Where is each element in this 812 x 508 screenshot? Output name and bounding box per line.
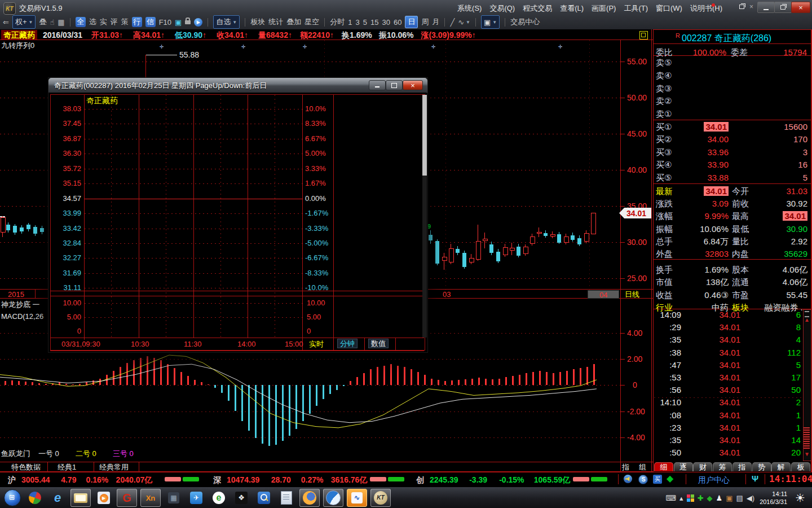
period-15[interactable]: 15: [370, 16, 378, 28]
all-button[interactable]: 全: [76, 16, 86, 28]
popup-titlebar[interactable]: 奇正藏药(002287) 2016年02月25日 星期四 PageUp/Down…: [48, 78, 427, 93]
period-month[interactable]: 月: [432, 16, 439, 28]
quote-tab-财[interactable]: 财: [693, 462, 712, 471]
popup-tab-分钟[interactable]: 分钟: [337, 339, 358, 348]
buy-icon[interactable]: 买: [653, 475, 662, 484]
search-tool-icon[interactable]: [254, 489, 273, 506]
quote-tab-板[interactable]: 板: [791, 462, 810, 471]
scroll-up-icon[interactable]: ▲: [804, 317, 810, 323]
period-minute[interactable]: 分时: [330, 16, 345, 28]
strategy-button[interactable]: 策: [121, 16, 129, 28]
f10-button[interactable]: F10: [159, 16, 171, 28]
left-tab-1[interactable]: 经典1: [58, 463, 76, 471]
popup-close-button[interactable]: ×: [403, 80, 423, 90]
firefox-icon[interactable]: [299, 489, 320, 507]
mini-label-group[interactable]: 组: [639, 463, 646, 471]
info-button[interactable]: 信: [145, 16, 156, 28]
left-tab-0[interactable]: 特色数据: [11, 463, 41, 471]
pinwheel-app-icon[interactable]: [25, 489, 45, 506]
tray-expand-icon[interactable]: ▴: [679, 494, 683, 502]
restore-button[interactable]: [774, 2, 792, 13]
menu-5[interactable]: 工具(T): [620, 3, 652, 14]
realtime-button[interactable]: 实: [100, 16, 107, 28]
play-icon[interactable]: ▶: [194, 16, 202, 28]
layers-icon[interactable]: ▣: [175, 16, 182, 28]
alert-bell-icon[interactable]: [624, 475, 632, 483]
menu-1[interactable]: 交易(Q): [486, 3, 519, 14]
stats-button[interactable]: 统计: [268, 16, 283, 28]
ie-browser-icon[interactable]: e: [48, 489, 67, 506]
stack-button[interactable]: 叠加: [286, 16, 301, 28]
safety-icon[interactable]: ✚: [698, 494, 704, 502]
image-viewer-icon[interactable]: Xn: [140, 489, 161, 507]
quote-tab-解[interactable]: 解: [771, 462, 791, 471]
left-tab-2[interactable]: 经典常用: [99, 463, 129, 471]
timeline-month-04[interactable]: 04: [588, 290, 619, 299]
money-icon[interactable]: S: [638, 475, 648, 484]
keyboard-icon[interactable]: ⌨: [665, 494, 676, 502]
rights-dropdown[interactable]: 权+▼: [12, 15, 36, 29]
volume-icon[interactable]: ◀): [747, 494, 754, 502]
popup-scroll-thumb[interactable]: [422, 95, 427, 176]
menu-0[interactable]: 系统(S): [453, 3, 486, 14]
watchlist-dropdown[interactable]: 自选▼: [213, 15, 240, 29]
popup-tab-数值[interactable]: 数值: [368, 339, 389, 348]
popup-maximize-button[interactable]: [386, 80, 403, 90]
minute-chart-window[interactable]: 奇正藏药(002287) 2016年02月25日 星期四 PageUp/Down…: [48, 77, 428, 353]
period-60[interactable]: 60: [394, 16, 401, 28]
quote-tab-指[interactable]: 指: [732, 462, 752, 471]
mdi-restore-icon[interactable]: [739, 4, 744, 10]
quote-tab-筹[interactable]: 筹: [713, 462, 732, 471]
review-button[interactable]: 评: [111, 16, 118, 28]
trade-center-button[interactable]: 交易中心: [510, 16, 540, 28]
gom-player-icon[interactable]: G: [117, 489, 137, 507]
browser-swirl-icon[interactable]: [323, 489, 343, 507]
quote-tab-细[interactable]: 细: [654, 462, 673, 471]
scroll-down-icon[interactable]: ▼: [804, 452, 810, 457]
pane-maximize-icon[interactable]: [639, 31, 648, 40]
popup-tab-实时[interactable]: 实时: [307, 340, 326, 348]
green-browser-icon[interactable]: e: [209, 489, 228, 506]
hand-icon[interactable]: ☝: [50, 16, 54, 28]
close-button[interactable]: ×: [791, 2, 810, 13]
menu-3[interactable]: 查看(L): [556, 3, 588, 14]
select-button[interactable]: 选: [89, 16, 96, 28]
messenger-icon[interactable]: ✈: [187, 489, 206, 506]
contacts-icon[interactable]: ▣: [726, 494, 732, 502]
menu-6[interactable]: 窗口(W): [652, 3, 686, 14]
popup-minimize-button[interactable]: [369, 80, 386, 90]
foobar-icon[interactable]: ❖: [232, 489, 251, 506]
qq-icon[interactable]: ♟: [716, 494, 723, 502]
starmap-button[interactable]: 星空: [304, 16, 319, 28]
period-week[interactable]: 周: [421, 16, 429, 28]
video-converter-icon[interactable]: ▦: [164, 489, 183, 506]
period-5[interactable]: 5: [363, 16, 367, 28]
scroll-thumb[interactable]: [804, 427, 810, 450]
diamond-icon[interactable]: ◆: [667, 474, 673, 483]
network-icon[interactable]: ▤: [736, 494, 743, 502]
minimize-button[interactable]: [757, 2, 775, 13]
kt-trader-icon[interactable]: KT: [370, 489, 391, 507]
lock-icon[interactable]: [185, 16, 191, 28]
notepad-icon[interactable]: [277, 489, 296, 506]
ruler-icon[interactable]: ▦: [58, 16, 64, 28]
mdi-close-icon[interactable]: ×: [749, 3, 753, 10]
menu-7[interactable]: 说明书(H): [686, 3, 726, 14]
media-player-icon[interactable]: ▶: [94, 489, 113, 506]
quote-tab-逐[interactable]: 逐: [674, 462, 693, 471]
file-explorer-icon[interactable]: [70, 489, 91, 507]
quote-tab-势[interactable]: 势: [752, 462, 771, 471]
trading-app-icon[interactable]: ∿: [347, 489, 367, 507]
weather-icon[interactable]: ☀: [795, 491, 805, 505]
overlay-button[interactable]: 叠: [39, 16, 46, 28]
period-3[interactable]: 3: [356, 16, 360, 28]
period-30[interactable]: 30: [382, 16, 390, 28]
start-button[interactable]: ⊞: [3, 489, 22, 506]
period-day[interactable]: 日: [405, 16, 418, 28]
mini-label-indicator[interactable]: 指: [622, 463, 629, 471]
shield-icon[interactable]: ◆: [707, 494, 713, 502]
menu-4[interactable]: 画面(P): [588, 3, 620, 14]
back-icon[interactable]: ⇐: [3, 16, 9, 28]
draw-line-icon[interactable]: ╱: [450, 16, 454, 28]
popup-chart[interactable]: 38.0310.0%37.458.33%36.876.67%36.305.00%…: [48, 93, 426, 352]
